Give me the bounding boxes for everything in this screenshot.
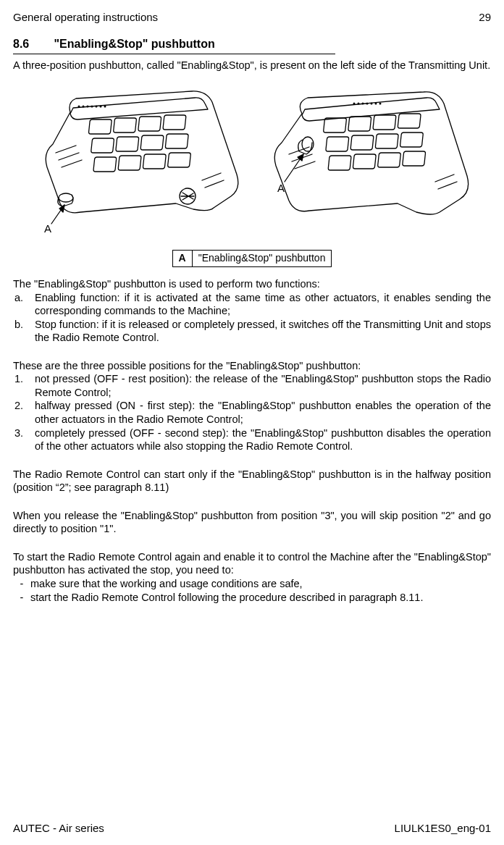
svg-rect-35 [350, 135, 374, 150]
list-label: - [13, 577, 30, 591]
list-item: a. Enabling function: if it is activated… [13, 291, 491, 318]
list-label: 2. [13, 399, 35, 426]
svg-rect-10 [163, 115, 186, 130]
list-text: start the Radio Remote Control following… [30, 591, 491, 605]
list-item: 2. halfway pressed (ON - first step): th… [13, 399, 491, 426]
svg-marker-44 [298, 154, 303, 161]
figure-transmitter-unit: A [13, 88, 491, 240]
svg-rect-14 [165, 134, 188, 148]
svg-rect-13 [140, 135, 164, 150]
svg-point-27 [371, 103, 373, 105]
body-paragraph-1: The "Enabling&Stop" pushbutton is used t… [13, 277, 491, 291]
list-text: completely pressed (OFF - second step): … [35, 426, 491, 453]
svg-rect-33 [398, 114, 421, 128]
body-paragraph-5: To start the Radio Remote Control again … [13, 550, 491, 577]
header-left: General operating instructions [13, 10, 158, 24]
list-text: make sure that the working and usage con… [30, 577, 491, 591]
svg-point-3 [91, 106, 93, 108]
svg-rect-12 [116, 137, 139, 151]
svg-rect-11 [91, 138, 114, 153]
list-item: - start the Radio Remote Control followi… [13, 591, 491, 605]
svg-rect-30 [323, 118, 346, 133]
svg-rect-9 [138, 117, 161, 131]
body-paragraph-3: The Radio Remote Control can start only … [13, 468, 491, 495]
page-footer: AUTEC - Air series LIULK1ES0_eng-01 [13, 821, 491, 835]
svg-rect-39 [353, 154, 376, 169]
list-text: halfway pressed (ON - first step): the "… [35, 399, 491, 426]
svg-point-4 [96, 106, 98, 108]
svg-point-28 [375, 103, 377, 105]
legend-desc-cell: "Enabling&Stop" pushbutton [192, 251, 332, 267]
svg-rect-40 [377, 153, 400, 167]
footer-left: AUTEC - Air series [13, 821, 104, 835]
figure-legend-table: A "Enabling&Stop" pushbutton [172, 250, 332, 267]
svg-rect-37 [400, 133, 423, 147]
svg-point-20 [59, 193, 73, 202]
svg-point-25 [362, 103, 364, 105]
legend-key-cell: A [172, 251, 192, 267]
list-text: Stop function: if it is released or comp… [35, 318, 491, 345]
svg-rect-34 [326, 137, 349, 151]
svg-rect-18 [167, 153, 190, 167]
svg-point-2 [87, 106, 89, 108]
list-label: 3. [13, 426, 35, 453]
svg-rect-15 [93, 157, 117, 172]
svg-rect-32 [373, 115, 396, 130]
intro-paragraph: A three-position pushbutton, called "Ena… [13, 59, 491, 72]
list-item: 1. not pressed (OFF - rest position): th… [13, 372, 491, 399]
footer-right: LIULK1ES0_eng-01 [395, 821, 491, 835]
svg-rect-7 [88, 119, 112, 134]
function-list: a. Enabling function: if it is activated… [13, 291, 491, 345]
svg-rect-31 [348, 117, 371, 131]
list-text: not pressed (OFF - rest position): the r… [35, 372, 491, 399]
restart-steps-list: - make sure that the working and usage c… [13, 577, 491, 604]
svg-point-23 [353, 103, 356, 105]
positions-list: 1. not pressed (OFF - rest position): th… [13, 372, 491, 453]
page-header: General operating instructions 29 [13, 10, 491, 24]
svg-point-1 [83, 106, 85, 108]
list-item: b. Stop function: if it is released or c… [13, 318, 491, 345]
body-paragraph-2: These are the three possible positions f… [13, 359, 491, 373]
transmitter-image-right: A [256, 88, 473, 240]
svg-point-29 [379, 103, 382, 105]
list-label: 1. [13, 372, 35, 399]
section-heading: 8.6 "Enabling&Stop" pushbutton [13, 37, 335, 54]
header-page-number: 29 [479, 10, 491, 24]
svg-rect-38 [328, 156, 351, 170]
figure-label-a-right: A [277, 182, 285, 194]
svg-rect-36 [375, 134, 398, 148]
list-label: b. [13, 318, 35, 345]
transmitter-image-left: A [31, 88, 248, 240]
section-number: 8.6 [13, 37, 51, 51]
list-text: Enabling function: if it is activated at… [35, 291, 491, 318]
svg-rect-16 [118, 156, 141, 170]
list-label: a. [13, 291, 35, 318]
svg-point-6 [104, 106, 106, 108]
svg-point-24 [358, 103, 360, 105]
svg-point-0 [78, 106, 80, 108]
svg-point-5 [100, 106, 102, 108]
list-item: 3. completely pressed (OFF - second step… [13, 426, 491, 453]
svg-point-26 [366, 103, 369, 105]
figure-label-a-left: A [44, 222, 51, 235]
svg-rect-8 [113, 118, 136, 133]
section-title: "Enabling&Stop" pushbutton [54, 38, 214, 50]
list-label: - [13, 591, 30, 605]
body-paragraph-4: When you release the "Enabling&Stop" pus… [13, 509, 491, 536]
svg-rect-17 [143, 154, 166, 169]
list-item: - make sure that the working and usage c… [13, 577, 491, 591]
svg-rect-41 [403, 151, 426, 166]
